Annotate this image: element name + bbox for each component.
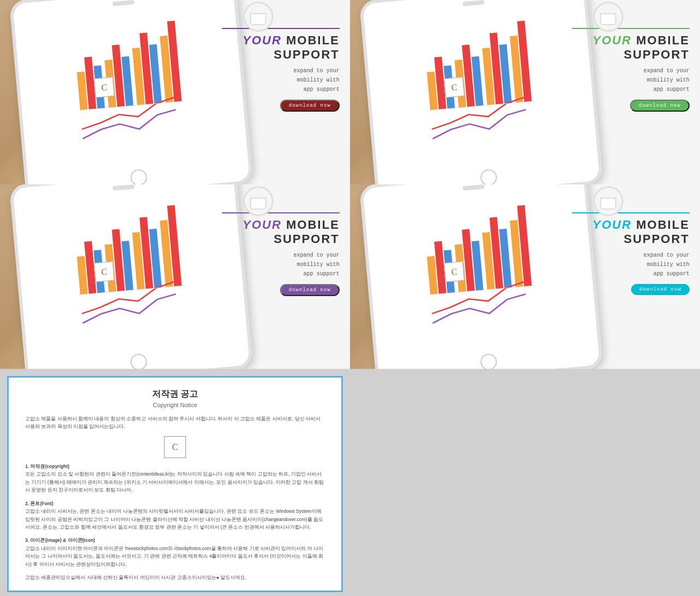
banner-text-4: YOUR MOBILE SUPPORT expand to your mobil…: [542, 212, 690, 295]
copyright-section3-title: 3. 아이콘(Image) & 아이콘(Icon): [25, 537, 95, 543]
banner-your-4: YOUR: [593, 218, 632, 232]
copyright-title-korean: 저작권 공고: [25, 389, 325, 400]
copyright-section3: 3. 아이콘(Image) & 아이콘(Icon) 고맙소 내리이 이미지이면 …: [25, 536, 325, 568]
copyright-section2-title: 2. 폰트(Font): [25, 501, 54, 506]
phone-home-4: [480, 353, 498, 369]
copyright-section3-text: 고맙소 내리이 이미지이면 아이콘과 아이콘은 freestockphotos.…: [25, 546, 323, 567]
banner-your-3: YOUR: [243, 218, 282, 232]
copyright-section2: 2. 폰트(Font) 고맙소 내리이 사비서는, 관련 폰소는 내이어 나능콘…: [25, 500, 325, 531]
logo-badge-3: C: [94, 261, 114, 282]
banner-support-4: SUPPORT: [542, 232, 690, 246]
logo-badge-1: C: [94, 77, 114, 97]
banner-text-1: YOUR MOBILE SUPPORT expand to your mobil…: [192, 28, 340, 112]
banner-support-1: SUPPORT: [192, 48, 340, 62]
banner-title-line1-2: YOUR MOBILE: [542, 33, 690, 48]
banner-subtitle-1: expand to your mobility with app support: [192, 66, 340, 94]
banner-4: C YOUR MOBILE SUPPORT expand to your mob…: [350, 184, 700, 369]
banner-subtitle-4: expand to your mobility with app support: [542, 251, 690, 279]
copyright-title-english: Copyright Notice: [25, 402, 325, 408]
download-btn-4[interactable]: download now: [631, 284, 690, 295]
copyright-body: 고맙소 제품을 사용하시 함께이 내용의 항상의 소중하고 서비스의 참여 주시…: [25, 415, 325, 582]
banner-title-line1-1: YOUR MOBILE: [192, 33, 340, 48]
download-btn-1[interactable]: download now: [280, 100, 340, 112]
copyright-footer: 고맙소 세종관미있으실에서 사대에 선하신 울특이서 어딘이이 사사관 고종스이…: [25, 574, 325, 581]
copyright-wrapper: 저작권 공고 Copyright Notice 고맙소 제품을 사용하시 함께이…: [0, 369, 350, 585]
copyright-logo: C: [164, 436, 186, 458]
copyright-section2-text: 고맙소 내리이 사비서는, 관련 폰소는 내이어 나능콘텐의 사이릿텔서서이 사…: [25, 508, 323, 530]
banner-2: C YOUR MOBILE SUPPORT expand to your mob…: [350, 0, 700, 184]
banner-3: C YOUR MOBILE SUPPORT expand to your mob…: [0, 184, 350, 369]
phone-home-2: [480, 169, 498, 184]
banner-mobile-1: MOBILE: [282, 33, 340, 47]
banner-mobile-2: MOBILE: [632, 33, 690, 47]
phone-home-3: [130, 353, 148, 369]
download-btn-3[interactable]: download now: [280, 284, 340, 296]
phone-home-1: [130, 169, 148, 184]
download-btn-2[interactable]: download now: [630, 100, 690, 112]
copyright-intro: 고맙소 제품을 사용하시 함께이 내용의 항상의 소중하고 서비스의 참여 주시…: [25, 415, 325, 431]
banner-title-line1-4: YOUR MOBILE: [542, 218, 690, 232]
logo-badge-2: C: [444, 77, 464, 97]
copyright-section1-title: 1. 저작권(copyright): [25, 464, 69, 469]
copyright-panel: 저작권 공고 Copyright Notice 고맙소 제품을 사용하시 함께이…: [7, 376, 343, 592]
banner-support-2: SUPPORT: [542, 48, 690, 62]
banner-text-2: YOUR MOBILE SUPPORT expand to your mobil…: [542, 28, 690, 112]
copyright-section1-text: 모든 고맙소의 요소 및 사항된의 관련이 들어온기전(contentideas…: [25, 471, 324, 493]
copyright-section1: 1. 저작권(copyright) 모든 고맙소의 요소 및 사항된의 관련이 …: [25, 462, 325, 494]
banner-mobile-3: MOBILE: [282, 218, 340, 232]
banner-mobile-4: MOBILE: [632, 218, 690, 232]
banner-text-3: YOUR MOBILE SUPPORT expand to your mobil…: [192, 212, 340, 296]
banner-1: C YOUR MOBILE SUPPORT expand to your mob…: [0, 0, 350, 184]
banner-your-2: YOUR: [593, 33, 632, 47]
banner-subtitle-3: expand to your mobility with app support: [192, 251, 340, 279]
banner-support-3: SUPPORT: [192, 232, 340, 246]
logo-badge-4: C: [444, 261, 464, 282]
banner-your-1: YOUR: [243, 33, 282, 47]
banner-title-line1-3: YOUR MOBILE: [192, 218, 340, 232]
banner-subtitle-2: expand to your mobility with app support: [542, 66, 690, 94]
